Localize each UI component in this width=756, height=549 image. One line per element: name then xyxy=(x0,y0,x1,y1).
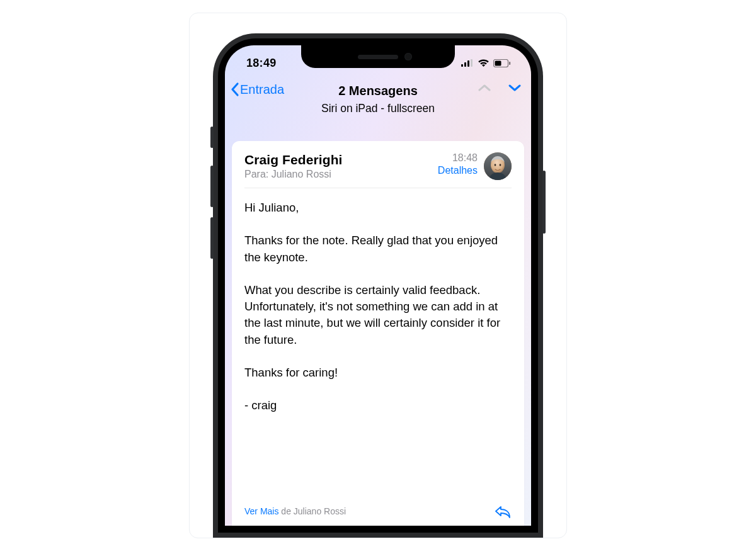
body-line: Thanks for caring! xyxy=(244,365,512,381)
svg-point-9 xyxy=(495,164,496,166)
chevron-left-icon xyxy=(230,82,239,97)
body-line: - craig xyxy=(244,397,512,414)
phone-front-camera xyxy=(404,53,412,60)
nav-header: Entrada 2 Mensagens Siri on iPad - fulls… xyxy=(225,78,531,122)
message-time: 18:48 xyxy=(438,152,478,164)
message-meta-col: 18:48 Detalhes xyxy=(438,152,478,176)
recipient-name[interactable]: Juliano Rossi xyxy=(272,169,331,179)
status-icons xyxy=(461,59,511,67)
svg-rect-6 xyxy=(509,62,510,65)
outer-card: 18:49 xyxy=(189,13,567,538)
nav-arrows xyxy=(477,83,522,93)
phone-mute-switch xyxy=(210,127,214,148)
message-meta: 18:48 Detalhes xyxy=(438,152,512,180)
phone-notch xyxy=(301,45,455,68)
canvas: 18:49 xyxy=(0,0,756,549)
phone-bezel: 18:49 xyxy=(218,38,538,533)
see-more-suffix: de Juliano Rossi xyxy=(278,506,346,516)
message-body[interactable]: Hi Juliano, Thanks for the note. Really … xyxy=(244,188,512,488)
sender-avatar[interactable] xyxy=(484,152,512,180)
svg-rect-5 xyxy=(495,60,501,65)
message-from-block: Craig Federighi Para: Juliano Rossi xyxy=(244,152,343,180)
phone-frame: 18:49 xyxy=(213,33,543,538)
svg-point-10 xyxy=(500,164,501,166)
phone-volume-down xyxy=(210,217,214,259)
sender-name[interactable]: Craig Federighi xyxy=(244,152,343,167)
recipient-label: Para: xyxy=(244,169,268,179)
svg-rect-2 xyxy=(467,60,469,67)
message-header: Craig Federighi Para: Juliano Rossi 18:4… xyxy=(244,152,512,188)
details-button[interactable]: Detalhes xyxy=(438,165,478,176)
chevron-up-icon xyxy=(477,83,492,93)
chevron-down-icon xyxy=(507,83,522,93)
svg-rect-1 xyxy=(464,62,466,67)
reply-button[interactable] xyxy=(494,504,512,518)
phone-volume-up xyxy=(210,166,214,207)
see-more-button[interactable]: Ver Mais de Juliano Rossi xyxy=(244,506,346,516)
battery-icon xyxy=(493,59,511,67)
next-message-button[interactable] xyxy=(507,83,522,93)
see-more-label: Ver Mais xyxy=(244,506,278,516)
back-button[interactable]: Entrada xyxy=(230,82,284,97)
prev-message-button[interactable] xyxy=(477,83,492,93)
status-time: 18:49 xyxy=(246,57,277,70)
message-card: Craig Federighi Para: Juliano Rossi 18:4… xyxy=(232,141,524,526)
svg-rect-0 xyxy=(461,64,463,67)
phone-screen: 18:49 xyxy=(225,45,531,526)
phone-side-button xyxy=(542,171,546,234)
reply-icon xyxy=(494,504,512,518)
svg-rect-3 xyxy=(471,59,472,67)
back-label: Entrada xyxy=(240,82,284,97)
body-line: What you describe is certainly valid fee… xyxy=(244,282,512,348)
body-line: Thanks for the note. Really glad that yo… xyxy=(244,232,512,266)
cellular-icon xyxy=(461,59,474,67)
body-line: Hi Juliano, xyxy=(244,200,512,216)
message-footer: Ver Mais de Juliano Rossi xyxy=(244,488,512,518)
nav-subtitle: Siri on iPad - fullscreen xyxy=(232,102,524,115)
recipient-line: Para: Juliano Rossi xyxy=(244,169,343,180)
phone-speaker xyxy=(358,55,398,59)
wifi-icon xyxy=(478,59,490,67)
